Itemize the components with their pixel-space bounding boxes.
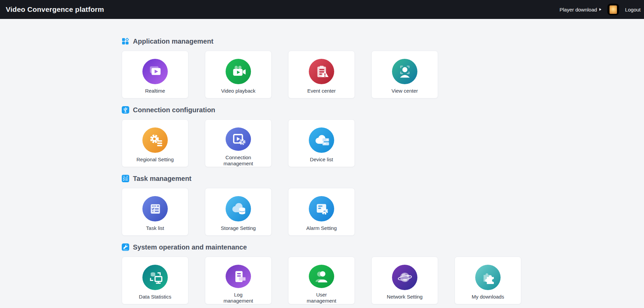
gear-list-icon — [142, 127, 168, 153]
task-window-icon — [142, 196, 168, 221]
section-title: Connection configuration — [133, 106, 215, 114]
tile-label: Log management — [219, 292, 258, 304]
launcher-section: Application management Realtime Video pl… — [122, 37, 644, 98]
tile-row: Task list Storage Setting AI Alarm Setti… — [122, 188, 644, 236]
avatar-image — [610, 5, 617, 14]
tile-label: Connection management — [219, 155, 258, 167]
tile-label: Storage Setting — [221, 225, 256, 231]
realtime-play-icon — [142, 59, 168, 84]
screen-play-gear-icon — [226, 127, 251, 151]
caret-right-icon — [599, 8, 601, 11]
logout-button[interactable]: Logout — [625, 7, 641, 13]
tile-label: Device list — [310, 157, 333, 163]
player-download-button[interactable]: Player download — [559, 7, 601, 13]
video-camera-icon — [226, 59, 251, 84]
apps-grid-icon — [122, 38, 129, 45]
tile-row: Regional Setting Connection management D… — [122, 119, 644, 167]
cloud-db-icon — [226, 196, 251, 221]
app-header: Video Convergence platform Player downlo… — [0, 0, 644, 19]
window-gear-ai-icon: AI — [309, 196, 334, 221]
launcher-section: Connection configuration Regional Settin… — [122, 105, 644, 167]
tile-row: Data Statistics Log management User mana… — [122, 257, 644, 304]
tile-label: Regional Setting — [136, 157, 174, 163]
tile-label: My downloads — [472, 294, 504, 300]
section-title: System operation and maintenance — [133, 243, 247, 251]
header-right: Player download Logout — [559, 4, 641, 15]
app-title: Video Convergence platform — [6, 5, 104, 14]
section-title: Application management — [133, 38, 213, 45]
section-title-row: Connection configuration — [122, 105, 644, 115]
tile-label: User management — [302, 292, 341, 304]
tile-label: Data Statistics — [139, 294, 171, 300]
event-doc-icon — [309, 59, 334, 84]
tile-label: Video playback — [221, 88, 255, 94]
app-tile-connection-management[interactable]: Connection management — [205, 119, 272, 167]
app-tile-storage-setting[interactable]: Storage Setting — [205, 188, 272, 236]
app-tile-alarm-setting[interactable]: AI Alarm Setting — [288, 188, 355, 236]
launcher-section: Task management Task list Storage Settin… — [122, 174, 644, 236]
tile-label: Event center — [307, 88, 336, 94]
stats-icon — [142, 265, 168, 290]
app-tile-user-management[interactable]: User management — [288, 257, 355, 304]
app-tile-network-setting[interactable]: Network Setting — [371, 257, 438, 304]
launcher-section: System operation and maintenance Data St… — [122, 242, 644, 304]
app-tile-realtime[interactable]: Realtime — [122, 51, 188, 98]
users-icon — [309, 265, 334, 288]
checklist-icon — [122, 175, 129, 182]
app-tile-device-list[interactable]: Device list — [288, 119, 355, 167]
section-title: Task management — [133, 175, 191, 183]
app-tile-log-management[interactable]: Log management — [205, 257, 272, 304]
log-docs-icon — [226, 265, 251, 288]
puzzle-icon — [475, 265, 501, 290]
section-title-row: System operation and maintenance — [122, 242, 644, 252]
app-tile-task-list[interactable]: Task list — [122, 188, 188, 236]
tile-row: Realtime Video playback Event center Vie… — [122, 51, 644, 98]
section-title-row: Application management — [122, 37, 644, 46]
planet-icon — [392, 265, 417, 290]
tile-label: Task list — [146, 225, 164, 231]
launcher-content: Application management Realtime Video pl… — [0, 19, 644, 304]
app-tile-data-statistics[interactable]: Data Statistics — [122, 257, 188, 304]
tile-label: Alarm Setting — [306, 225, 337, 231]
avatar[interactable] — [607, 4, 619, 15]
tile-label: Network Setting — [387, 294, 423, 300]
usb-icon — [122, 106, 129, 114]
tile-label: Realtime — [145, 88, 165, 94]
app-tile-view-center[interactable]: View center — [371, 51, 438, 98]
tile-label: View center — [391, 88, 418, 94]
wrench-icon — [122, 243, 129, 251]
app-tile-my-downloads[interactable]: My downloads — [455, 257, 521, 304]
section-title-row: Task management — [122, 174, 644, 183]
view-person-icon — [392, 59, 417, 84]
player-download-label: Player download — [559, 7, 597, 13]
cloud-servers-icon — [309, 127, 334, 153]
svg-text:AI: AI — [323, 210, 326, 212]
app-tile-event-center[interactable]: Event center — [288, 51, 355, 98]
app-tile-regional-setting[interactable]: Regional Setting — [122, 119, 188, 167]
app-tile-video-playback[interactable]: Video playback — [205, 51, 272, 98]
